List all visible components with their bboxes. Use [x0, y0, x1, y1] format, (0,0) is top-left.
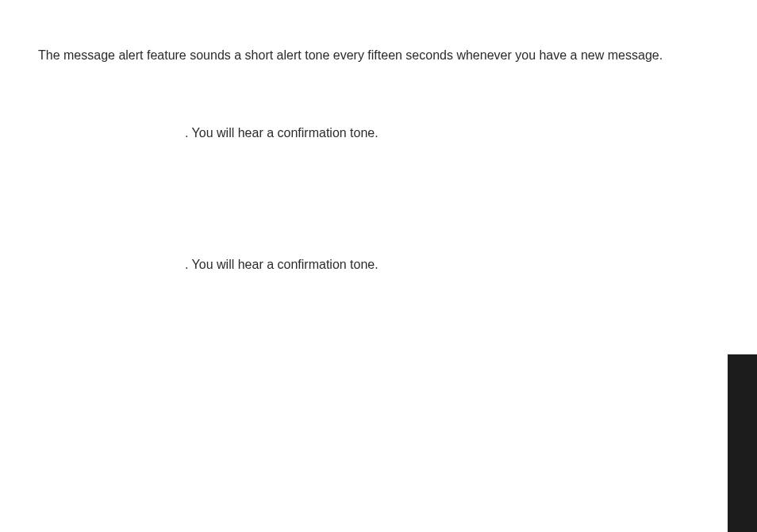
document-content: The message alert feature sounds a short…	[0, 0, 757, 274]
step-text-2: . You will hear a confirmation tone.	[185, 255, 719, 274]
step-text-1: . You will hear a confirmation tone.	[185, 124, 719, 143]
intro-paragraph: The message alert feature sounds a short…	[38, 46, 719, 65]
side-tab	[728, 354, 757, 532]
